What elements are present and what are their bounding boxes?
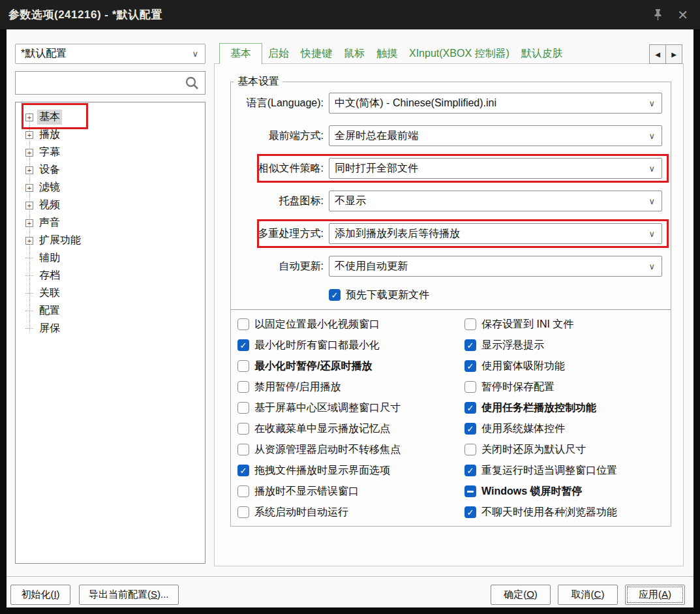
checkbox[interactable]: [464, 339, 476, 351]
ok-button[interactable]: 确定(O): [491, 585, 551, 605]
checkbox-row[interactable]: 从资源管理器启动时不转移焦点: [237, 443, 464, 456]
tab-3[interactable]: 鼠标: [338, 43, 371, 64]
checkbox[interactable]: [237, 444, 249, 455]
cancel-button[interactable]: 取消(C): [558, 585, 618, 605]
checkbox[interactable]: [237, 402, 249, 414]
checkbox-row[interactable]: 系统启动时自动运行: [237, 506, 464, 519]
tree-item-2[interactable]: + 字幕: [16, 144, 205, 161]
tab-0[interactable]: 基本: [219, 43, 262, 64]
checkbox[interactable]: [237, 339, 249, 351]
dropdown-value: 不显示: [335, 194, 366, 208]
checkbox[interactable]: [464, 506, 476, 518]
expand-plus-icon[interactable]: +: [25, 166, 33, 174]
checkbox-row[interactable]: 保存设置到 INI 文件: [464, 318, 617, 331]
profile-select[interactable]: *默认配置: [15, 44, 205, 64]
checkbox-row[interactable]: Windows 锁屏时暂停: [464, 485, 617, 498]
tree-item-5[interactable]: + 视频: [16, 196, 205, 214]
tree-item-8[interactable]: + 辅助: [16, 249, 205, 267]
checkbox-row[interactable]: 暂停时保存配置: [464, 380, 617, 393]
dropdown-select[interactable]: 中文(简体) - Chinese(Simplified).ini: [329, 93, 662, 114]
checkbox-row[interactable]: 最小化时暂停/还原时播放: [237, 360, 464, 373]
checkbox[interactable]: [464, 402, 476, 414]
checkbox[interactable]: [237, 506, 249, 518]
dropdown-value: 不使用自动更新: [335, 260, 408, 273]
expand-plus-icon[interactable]: +: [25, 219, 33, 227]
tree-item-3[interactable]: + 设备: [16, 161, 205, 179]
checkbox-column-left: 以固定位置最小化视频窗口 最小化时所有窗口都最小化 最小化时暂停/还原时播放 禁…: [237, 318, 464, 527]
checkbox[interactable]: [464, 360, 476, 372]
checkbox[interactable]: [237, 360, 249, 372]
settings-row-2: 相似文件策略: 同时打开全部文件: [231, 158, 662, 179]
checkbox-label: 保存设置到 INI 文件: [481, 318, 573, 331]
tree-item-0[interactable]: + 基本: [16, 108, 205, 126]
checkbox[interactable]: [464, 465, 476, 476]
checkbox-label: 重复运行时适当调整窗口位置: [481, 464, 617, 478]
checkbox[interactable]: [464, 318, 476, 330]
tab-2[interactable]: 快捷键: [295, 43, 338, 64]
tree-item-4[interactable]: + 滤镜: [16, 179, 205, 196]
initialize-button[interactable]: 初始化(I): [10, 585, 70, 605]
settings-label: 最前端方式:: [231, 129, 329, 143]
checkbox-row[interactable]: 显示浮悬提示: [464, 339, 617, 352]
checkbox-row[interactable]: 使用任务栏播放控制功能: [464, 401, 617, 414]
dropdown-select[interactable]: 添加到播放列表后等待播放: [329, 223, 662, 244]
search-input[interactable]: [16, 72, 185, 94]
checkbox-row[interactable]: 使用系统媒体控件: [464, 422, 617, 435]
tree-item-12[interactable]: + 屏保: [16, 320, 205, 337]
checkbox[interactable]: [237, 381, 249, 393]
checkbox[interactable]: [464, 485, 476, 497]
tree-item-7[interactable]: + 扩展功能: [16, 232, 205, 249]
checkbox[interactable]: [464, 423, 476, 435]
checkbox-label: 基于屏幕中心区域调整窗口尺寸: [254, 401, 401, 415]
checkbox[interactable]: [329, 289, 341, 301]
expand-plus-icon[interactable]: +: [25, 114, 33, 121]
checkbox-row[interactable]: 不聊天时使用各种浏览器功能: [464, 506, 617, 519]
checkbox-row[interactable]: 关闭时还原为默认尺寸: [464, 443, 617, 456]
expand-plus-icon[interactable]: +: [25, 237, 33, 245]
expand-plus-icon[interactable]: +: [25, 202, 33, 209]
dropdown-select[interactable]: 全屏时总在最前端: [329, 125, 662, 146]
tree-item-6[interactable]: + 声音: [16, 214, 205, 232]
tab-1[interactable]: 启始: [262, 43, 295, 64]
tree-item-10[interactable]: + 关联: [16, 284, 205, 302]
checkbox-row[interactable]: 基于屏幕中心区域调整窗口尺寸: [237, 401, 464, 414]
checkbox[interactable]: [237, 465, 249, 476]
checkbox-row[interactable]: 以固定位置最小化视频窗口: [237, 318, 464, 331]
checkbox-row[interactable]: 拖拽文件播放时显示界面选项: [237, 464, 464, 477]
tab-6[interactable]: 默认皮肤: [515, 43, 569, 64]
tab-label: 默认皮肤: [521, 47, 563, 61]
checkbox[interactable]: [237, 423, 249, 435]
apply-button[interactable]: 应用(A): [625, 585, 685, 605]
dropdown-select[interactable]: 同时打开全部文件: [329, 158, 662, 179]
export-config-button[interactable]: 导出当前配置(S)...: [79, 585, 179, 605]
expand-plus-icon[interactable]: +: [25, 149, 33, 157]
tree-item-label: 声音: [37, 215, 62, 230]
settings-label: 相似文件策略:: [231, 162, 329, 176]
checkbox[interactable]: [237, 318, 249, 330]
checkbox-row[interactable]: 使用窗体吸附功能: [464, 360, 617, 373]
checkbox-row[interactable]: 最小化时所有窗口都最小化: [237, 339, 464, 352]
tree-item-11[interactable]: + 配置: [16, 302, 205, 320]
dropdown-select[interactable]: 不使用自动更新: [329, 256, 662, 277]
tab-scroll-left-icon[interactable]: ◀: [649, 44, 666, 64]
close-icon[interactable]: ✕: [677, 8, 688, 22]
pin-icon[interactable]: [653, 8, 663, 21]
checkbox[interactable]: [464, 444, 476, 455]
tree-item-9[interactable]: + 存档: [16, 267, 205, 284]
tree-item-1[interactable]: + 播放: [16, 126, 205, 144]
checkbox[interactable]: [237, 485, 249, 497]
footer-left-buttons: 初始化(I)导出当前配置(S)...: [10, 585, 179, 605]
checkbox[interactable]: [464, 381, 476, 393]
tab-5[interactable]: XInput(XBOX 控制器): [403, 43, 515, 64]
predownload-checkbox-row[interactable]: 预先下载更新文件: [329, 288, 671, 301]
checkbox-row[interactable]: 重复运行时适当调整窗口位置: [464, 464, 617, 477]
tab-4[interactable]: 触摸: [371, 43, 403, 64]
expand-plus-icon[interactable]: +: [25, 184, 33, 192]
dropdown-select[interactable]: 不显示: [329, 191, 662, 211]
checkbox-row[interactable]: 禁用暂停/启用播放: [237, 380, 464, 393]
tab-scroll-right-icon[interactable]: ▶: [665, 44, 682, 64]
expand-plus-icon[interactable]: +: [25, 131, 33, 139]
checkbox-row[interactable]: 在收藏菜单中显示播放记忆点: [237, 422, 464, 435]
checkbox-row[interactable]: 播放时不显示错误窗口: [237, 485, 464, 498]
checkbox-label: 使用系统媒体控件: [481, 422, 565, 436]
